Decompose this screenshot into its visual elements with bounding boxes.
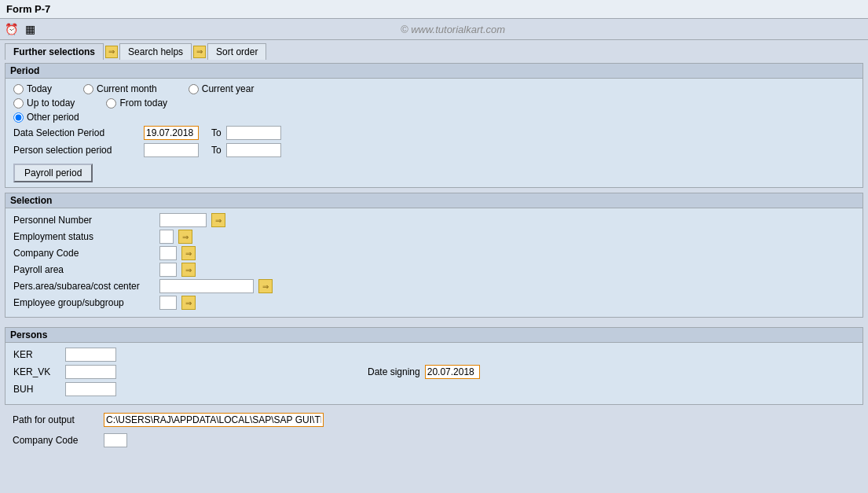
tab-further-selections[interactable]: Further selections (5, 43, 104, 60)
radio-current-month[interactable]: Current month (83, 83, 157, 94)
sel-label-employee-group: Employee group/subgroup (13, 297, 155, 308)
toolbar: ⏰ ▦ © www.tutorialkart.com (0, 19, 868, 40)
radio-current-month-label: Current month (97, 83, 157, 94)
period-row3: Other period (13, 112, 855, 123)
persons-label-buh: BUH (13, 384, 60, 395)
sel-input-payroll[interactable] (159, 263, 177, 277)
tab-bar: Further selections ⇒ Search helps ⇒ Sort… (0, 40, 868, 60)
period-row2: Up to today From today (13, 97, 855, 109)
sel-arrow-employment[interactable]: ⇒ (178, 230, 192, 244)
person-selection-to-label: To (211, 145, 222, 156)
date-signing-input[interactable] (425, 365, 480, 379)
company-code-label: Company Code (13, 435, 99, 446)
output-path-label: Path for output (13, 414, 99, 425)
sel-input-personnel[interactable] (159, 213, 207, 227)
date-signing-area: Date signing (368, 348, 480, 379)
main-content: Period Today Current month Current year (0, 60, 868, 454)
radio-today[interactable]: Today (13, 83, 52, 94)
sel-label-company: Company Code (13, 248, 155, 259)
data-selection-period-from[interactable] (144, 126, 199, 140)
watermark: © www.tutorialkart.com (41, 24, 865, 35)
persons-input-buh[interactable] (65, 382, 116, 396)
sel-arrow-payroll[interactable]: ⇒ (181, 263, 196, 277)
sel-label-personnel: Personnel Number (13, 215, 155, 226)
persons-input-ker[interactable] (65, 348, 116, 362)
persons-fields: KER KER_VK BUH (13, 348, 116, 399)
radio-from-today[interactable]: From today (106, 97, 167, 109)
radio-other-period[interactable]: Other period (13, 112, 79, 123)
sel-arrow-company[interactable]: ⇒ (181, 246, 196, 260)
persons-input-ker-vk[interactable] (65, 365, 116, 379)
data-selection-period-label: Data Selection Period (13, 127, 139, 138)
sel-row-pers-area: Pers.area/subarea/cost center ⇒ (13, 279, 855, 293)
data-selection-to-label: To (211, 127, 222, 138)
person-selection-period-label: Person selection period (13, 145, 139, 156)
person-selection-period-to[interactable] (226, 143, 281, 157)
sel-label-payroll: Payroll area (13, 264, 155, 275)
sel-row-payroll: Payroll area ⇒ (13, 263, 855, 277)
persons-row-buh: BUH (13, 382, 116, 396)
persons-section: Persons KER KER_VK BUH (5, 327, 863, 405)
period-row1: Today Current month Current year (13, 83, 855, 94)
sel-arrow-personnel[interactable]: ⇒ (211, 213, 225, 227)
date-signing-label: Date signing (368, 366, 420, 377)
company-code-input[interactable] (104, 433, 127, 447)
sel-input-employment[interactable] (159, 230, 174, 244)
title-bar: Form P-7 (0, 0, 868, 19)
person-selection-period-from[interactable] (144, 143, 199, 157)
sel-row-personnel: Personnel Number ⇒ (13, 213, 855, 227)
output-path-row: Path for output (5, 410, 863, 430)
persons-body: KER KER_VK BUH Date signing (5, 343, 863, 404)
radio-current-year[interactable]: Current year (189, 83, 255, 94)
radio-from-today-label: From today (119, 97, 167, 109)
radio-up-to-today[interactable]: Up to today (13, 97, 75, 109)
period-section: Period Today Current month Current year (5, 63, 863, 188)
data-selection-period-to[interactable] (226, 126, 281, 140)
radio-today-label: Today (27, 83, 52, 94)
sel-label-pers-area: Pers.area/subarea/cost center (13, 281, 155, 292)
tab-search-helps-label: Search helps (128, 46, 183, 57)
tab-further-selections-label: Further selections (13, 46, 95, 57)
sel-row-employment: Employment status ⇒ (13, 230, 855, 244)
selection-body: Personnel Number ⇒ Employment status ⇒ C… (5, 208, 863, 317)
radio-current-year-label: Current year (202, 83, 255, 94)
grid-icon[interactable]: ▦ (22, 21, 38, 37)
output-path-input[interactable] (104, 413, 324, 427)
payroll-period-button[interactable]: Payroll period (13, 164, 93, 182)
radio-up-to-today-label: Up to today (27, 97, 75, 109)
persons-label-ker: KER (13, 349, 60, 360)
period-body: Today Current month Current year Up to t… (5, 79, 863, 187)
sel-row-employee-group: Employee group/subgroup ⇒ (13, 296, 855, 310)
sel-row-company: Company Code ⇒ (13, 246, 855, 260)
selection-header: Selection (5, 193, 863, 208)
tab-further-selections-arrow[interactable]: ⇒ (105, 46, 118, 58)
radio-other-period-label: Other period (27, 112, 79, 123)
sel-arrow-pers-area[interactable]: ⇒ (258, 279, 273, 293)
persons-row-ker: KER (13, 348, 116, 362)
tab-search-helps-arrow[interactable]: ⇒ (193, 46, 206, 58)
clock-icon[interactable]: ⏰ (3, 21, 19, 37)
form-title: Form P-7 (6, 3, 50, 15)
persons-header: Persons (5, 328, 863, 343)
tab-sort-order[interactable]: Sort order (207, 43, 266, 60)
sel-input-company[interactable] (159, 246, 177, 260)
period-header: Period (5, 64, 863, 79)
company-code-row: Company Code (5, 433, 863, 451)
tab-sort-order-label: Sort order (216, 46, 258, 57)
data-selection-period-row: Data Selection Period To (13, 126, 855, 140)
sel-label-employment: Employment status (13, 231, 155, 242)
sel-arrow-employee-group[interactable]: ⇒ (181, 296, 196, 310)
persons-label-ker-vk: KER_VK (13, 366, 60, 377)
sel-input-pers-area[interactable] (159, 279, 254, 293)
persons-row-ker-vk: KER_VK (13, 365, 116, 379)
person-selection-period-row: Person selection period To (13, 143, 855, 157)
selection-section: Selection Personnel Number ⇒ Employment … (5, 193, 863, 318)
tab-search-helps[interactable]: Search helps (119, 43, 192, 60)
sel-input-employee-group[interactable] (159, 296, 177, 310)
